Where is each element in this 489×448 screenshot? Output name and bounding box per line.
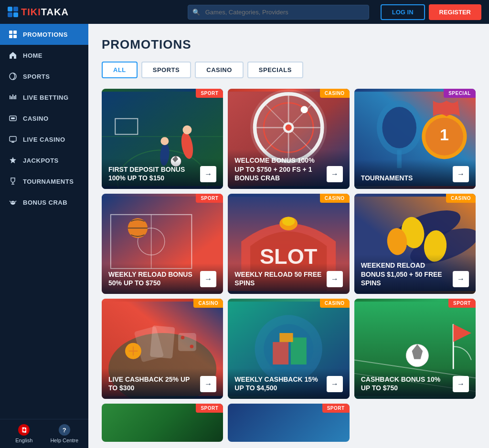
svg-rect-9 [15, 95, 16, 99]
promo-card-10[interactable]: SPORT [102, 404, 223, 442]
svg-point-25 [183, 125, 192, 135]
sidebar-item-bonus-crab[interactable]: BONUS CRAB [0, 192, 88, 213]
sports-icon [9, 72, 17, 81]
filter-tabs: ALL SPORTS CASINO SPECIALS [102, 62, 476, 78]
header-buttons: LOG IN REGISTER [381, 4, 481, 20]
sidebar-item-promotions[interactable]: PROMOTIONS [0, 24, 88, 45]
tab-casino[interactable]: CASINO [195, 62, 244, 78]
svg-point-4 [10, 73, 16, 80]
live-casino-icon [9, 135, 17, 144]
sidebar-item-jackpots[interactable]: JACKPOTS [0, 150, 88, 171]
tournaments-icon [9, 177, 17, 186]
sidebar-item-live-casino[interactable]: LIVE CASINO [0, 129, 88, 150]
svg-point-18 [13, 202, 14, 203]
sidebar-bottom: 🇨🇦 English ? Help Centre [0, 419, 88, 448]
promo-badge-8: CASINO [320, 299, 350, 308]
svg-point-62 [282, 217, 295, 226]
sidebar-item-label: PROMOTIONS [23, 31, 68, 38]
svg-point-76 [181, 336, 185, 340]
promo-badge-10: SPORT [196, 404, 223, 413]
promo-footer-1: FIRST DEPOSIT BONUS 100% UP TO $150 → [102, 158, 223, 189]
promo-arrow-4[interactable]: → [200, 271, 216, 287]
svg-point-27 [160, 137, 169, 145]
promo-card-8[interactable]: CASINO WEEKLY CASHBACK 15% UP TO $4,500 … [228, 299, 349, 399]
svg-point-42 [286, 125, 292, 131]
svg-rect-11 [11, 117, 15, 119]
promo-title-4: WEEKLY RELOAD BONUS 50% UP TO $750 [108, 270, 195, 287]
promo-footer-8: WEEKLY CASHBACK 15% UP TO $4,500 → [228, 368, 349, 399]
promo-arrow-6[interactable]: → [453, 271, 469, 287]
promo-card-1[interactable]: SPORT FIRST DEPOSIT BONUS 100% UP TO $15… [102, 89, 223, 189]
search-bar: 🔍 [188, 5, 369, 20]
tab-specials[interactable]: SPECIALS [247, 62, 303, 78]
sidebar-item-live-betting[interactable]: LIVE BETTING [0, 87, 88, 108]
header: TIKITAKA 🔍 LOG IN REGISTER [0, 0, 489, 24]
promo-footer-5: WEEKLY RELOAD 50 FREE SPINS → [228, 263, 349, 294]
sidebar-item-label: LIVE CASINO [23, 136, 65, 143]
sidebar-item-label: JACKPOTS [23, 157, 59, 164]
language-label: English [15, 438, 32, 443]
svg-rect-1 [13, 31, 17, 34]
promo-arrow-8[interactable]: → [327, 376, 343, 392]
home-icon [9, 51, 17, 60]
promo-badge-3: SPECIAL [444, 89, 476, 98]
help-icon: ? [59, 424, 70, 436]
tab-all[interactable]: ALL [102, 62, 138, 78]
sidebar-item-tournaments[interactable]: TOURNAMENTS [0, 171, 88, 192]
promo-badge-1: SPORT [196, 89, 223, 98]
promo-badge-4: SPORT [196, 194, 223, 203]
flag-icon: 🇨🇦 [18, 424, 30, 436]
logo[interactable]: TIKITAKA [8, 7, 69, 18]
svg-point-46 [382, 107, 416, 148]
promo-title-2: WELCOME BONUS 100% UP TO $750 + 200 FS +… [234, 156, 321, 182]
promo-title-9: CASHBACK BONUS 10% UP TO $750 [361, 375, 448, 392]
promo-title-1: FIRST DEPOSIT BONUS 100% UP TO $150 [108, 165, 195, 182]
help-label: Help Centre [50, 438, 78, 443]
promo-card-2[interactable]: CASINO WELCOME BONUS 100% UP TO $750 + 2… [228, 89, 349, 189]
language-selector[interactable]: 🇨🇦 English [6, 424, 43, 443]
svg-point-16 [11, 201, 15, 205]
svg-rect-2 [9, 35, 12, 38]
promo-arrow-2[interactable]: → [327, 166, 343, 182]
promo-card-7[interactable]: CASINO LIVE CASHBACK 25% UP TO $300 → [102, 299, 223, 399]
promo-title-3: TOURNAMENTS [361, 174, 448, 182]
promo-arrow-1[interactable]: → [200, 166, 216, 182]
promo-card-3[interactable]: 1 SPECIAL TOURNAMENTS → [354, 89, 476, 189]
live-betting-icon [9, 93, 17, 102]
svg-point-40 [301, 106, 308, 113]
help-centre[interactable]: ? Help Centre [46, 424, 83, 443]
sidebar: PROMOTIONS HOME SPORTS LIVE BETTING CASI [0, 24, 88, 448]
promo-card-6[interactable]: CASINO WEEKEND RELOAD BONUS $1,050 + 50 … [354, 194, 476, 294]
sidebar-item-sports[interactable]: SPORTS [0, 66, 88, 87]
svg-text:1: 1 [440, 125, 449, 144]
promo-title-6: WEEKEND RELOAD BONUS $1,050 + 50 FREE SP… [361, 261, 448, 287]
promo-arrow-7[interactable]: → [200, 376, 216, 392]
sidebar-item-home[interactable]: HOME [0, 45, 88, 66]
promo-arrow-5[interactable]: → [327, 271, 343, 287]
logo-text: TIKITAKA [21, 7, 69, 18]
svg-point-17 [11, 202, 12, 203]
promo-footer-4: WEEKLY RELOAD BONUS 50% UP TO $750 → [102, 263, 223, 294]
promo-title-7: LIVE CASHBACK 25% UP TO $300 [108, 375, 195, 392]
sidebar-item-label: BONUS CRAB [23, 199, 67, 206]
svg-rect-7 [12, 94, 13, 99]
promo-grid: SPORT FIRST DEPOSIT BONUS 100% UP TO $15… [102, 89, 476, 442]
login-button[interactable]: LOG IN [381, 4, 425, 20]
promo-badge-5: CASINO [320, 194, 350, 203]
promo-arrow-3[interactable]: → [453, 166, 469, 182]
promo-footer-3: TOURNAMENTS → [354, 159, 476, 189]
svg-rect-13 [11, 142, 14, 143]
search-input[interactable] [188, 5, 369, 20]
promo-card-4[interactable]: SPORT WEEKLY RELOAD BONUS 50% UP TO $750… [102, 194, 223, 294]
svg-rect-87 [280, 333, 293, 342]
sidebar-item-casino[interactable]: CASINO [0, 108, 88, 129]
tab-sports[interactable]: SPORTS [141, 62, 191, 78]
svg-rect-74 [150, 325, 175, 359]
promo-arrow-9[interactable]: → [453, 376, 469, 392]
sidebar-item-label: CASINO [23, 115, 49, 122]
promo-card-5[interactable]: SLOT CASINO WEEKLY RELOAD 50 FREE SPINS … [228, 194, 349, 294]
promo-footer-7: LIVE CASHBACK 25% UP TO $300 → [102, 368, 223, 399]
promo-card-11[interactable]: SPORT [228, 404, 349, 442]
register-button[interactable]: REGISTER [429, 4, 481, 20]
promo-card-9[interactable]: SPORT CASHBACK BONUS 10% UP TO $750 → [354, 299, 476, 399]
